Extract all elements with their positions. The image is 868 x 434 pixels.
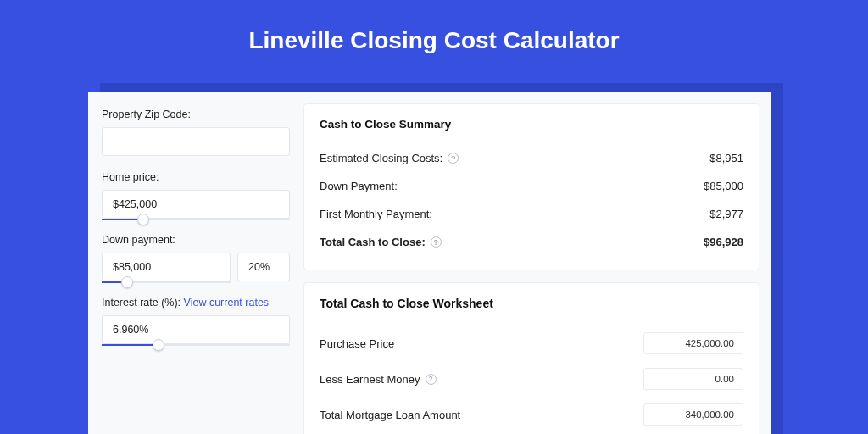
rate-input[interactable]: [102, 315, 290, 344]
zip-label: Property Zip Code:: [102, 108, 290, 120]
zip-input[interactable]: [102, 127, 290, 156]
ws-label-text: Purchase Price: [320, 337, 394, 350]
zip-group: Property Zip Code:: [102, 108, 290, 156]
page-title: Lineville Closing Cost Calculator: [0, 0, 868, 73]
help-icon[interactable]: ?: [448, 153, 459, 164]
dp-pct-input[interactable]: [237, 253, 290, 281]
view-rates-link[interactable]: View current rates: [184, 297, 270, 309]
rate-group: Interest rate (%): View current rates: [102, 297, 290, 344]
ws-input[interactable]: [643, 368, 743, 390]
ws-input[interactable]: [643, 332, 743, 354]
summary-value: $2,977: [709, 208, 743, 220]
help-icon[interactable]: ?: [431, 236, 442, 248]
rate-label: Interest rate (%): View current rates: [102, 297, 290, 309]
summary-total-value: $96,928: [704, 236, 743, 248]
summary-label-text: Down Payment:: [320, 180, 398, 192]
ws-row-purchase-price: Purchase Price: [320, 326, 743, 361]
ws-label-text: Total Mortgage Loan Amount: [320, 409, 460, 421]
help-icon[interactable]: ?: [426, 374, 437, 385]
summary-row-first-monthly: First Monthly Payment: $2,977: [320, 200, 743, 228]
summary-label-text: Estimated Closing Costs:: [320, 152, 442, 164]
summary-label-text: First Monthly Payment:: [320, 208, 432, 220]
summary-total-label: Total Cash to Close:: [320, 236, 426, 248]
price-input[interactable]: [102, 190, 290, 219]
ws-row-earnest-money: Less Earnest Money ?: [320, 361, 743, 397]
summary-panel: Cash to Close Summary Estimated Closing …: [303, 103, 760, 270]
ws-row-mortgage-amount: Total Mortgage Loan Amount: [320, 397, 743, 432]
price-label: Home price:: [102, 171, 290, 183]
summary-title: Cash to Close Summary: [320, 118, 743, 131]
summary-value: $8,951: [709, 152, 743, 164]
dp-amount-input[interactable]: [102, 253, 231, 281]
worksheet-panel: Total Cash to Close Worksheet Purchase P…: [303, 282, 760, 434]
summary-row-closing-costs: Estimated Closing Costs: ? $8,951: [320, 144, 743, 172]
summary-row-down-payment: Down Payment: $85,000: [320, 172, 743, 200]
worksheet-title: Total Cash to Close Worksheet: [320, 297, 743, 310]
results-column: Cash to Close Summary Estimated Closing …: [303, 103, 760, 434]
price-group: Home price:: [102, 171, 290, 219]
summary-row-total: Total Cash to Close: ? $96,928: [320, 228, 743, 256]
summary-value: $85,000: [704, 180, 743, 192]
ws-input[interactable]: [643, 403, 743, 426]
inputs-column: Property Zip Code: Home price: Down paym…: [100, 103, 292, 434]
dp-label: Down payment:: [102, 234, 290, 246]
calculator-card: Property Zip Code: Home price: Down paym…: [88, 92, 771, 434]
dp-group: Down payment:: [102, 234, 290, 281]
ws-label-text: Less Earnest Money: [320, 373, 420, 386]
